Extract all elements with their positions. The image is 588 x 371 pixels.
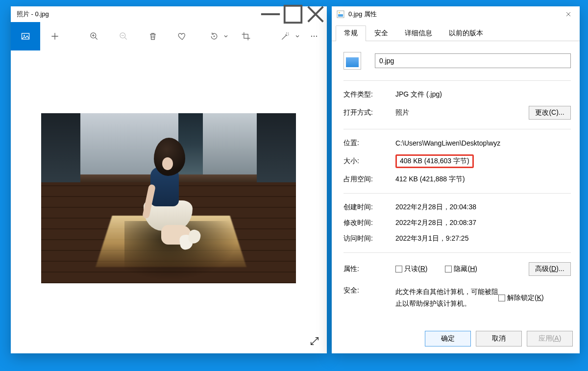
size-value-highlighted: 408 KB (418,603 字节) xyxy=(395,154,474,168)
view-tool[interactable] xyxy=(11,22,40,50)
checkbox-icon xyxy=(498,295,505,301)
security-note: 此文件来自其他计算机，可能被阻止以帮助保护该计算机。 xyxy=(395,286,498,310)
svg-point-6 xyxy=(311,36,312,37)
photos-titlebar[interactable]: 照片 - 0.jpg xyxy=(11,6,327,22)
hidden-checkbox[interactable]: 隐藏(H) xyxy=(445,265,477,273)
desktop-background: 照片 - 0.jpg xyxy=(0,0,588,371)
more-icon xyxy=(309,31,319,41)
created-value: 2022年2月28日，20:04:38 xyxy=(395,203,571,212)
readonly-checkbox[interactable]: 只读(R) xyxy=(395,265,427,273)
change-app-button[interactable]: 更改(C)... xyxy=(529,106,571,120)
chevron-down-icon xyxy=(223,34,228,39)
filetype-label: 文件类型: xyxy=(343,90,395,99)
photos-window: 照片 - 0.jpg xyxy=(11,6,327,353)
svg-rect-0 xyxy=(285,6,302,23)
properties-content: 0.jpg 文件类型: JPG 文件 (.jpg) 打开方式: 照片 更改(C)… xyxy=(332,41,580,325)
svg-point-11 xyxy=(339,12,340,14)
delete-tool[interactable] xyxy=(138,22,168,50)
expand-icon[interactable] xyxy=(309,336,320,346)
trash-icon xyxy=(148,31,158,41)
magic-wand-icon xyxy=(280,31,290,41)
edit-tool[interactable] xyxy=(268,22,303,50)
properties-tabs: 常规 安全 详细信息 以前的版本 xyxy=(332,22,580,41)
filename-input[interactable]: 0.jpg xyxy=(375,53,571,68)
more-tool[interactable] xyxy=(303,22,325,50)
accessed-label: 访问时间: xyxy=(343,234,395,243)
rotate-tool[interactable] xyxy=(197,22,231,50)
checkbox-icon xyxy=(395,266,402,272)
accessed-value: 2022年3月1日，9:27:25 xyxy=(395,234,571,243)
zoom-out-tool[interactable] xyxy=(109,22,138,50)
add-tool[interactable] xyxy=(40,22,70,50)
cancel-button[interactable]: 取消 xyxy=(476,331,522,346)
close-button[interactable] xyxy=(304,6,327,22)
properties-title: 0.jpg 属性 xyxy=(348,10,377,19)
file-icon xyxy=(337,10,344,18)
size-on-disk-label: 占用空间: xyxy=(343,175,395,184)
crop-tool[interactable] xyxy=(231,22,261,50)
filetype-icon xyxy=(343,52,361,70)
unblock-checkbox[interactable]: 解除锁定(K) xyxy=(498,294,544,302)
properties-titlebar[interactable]: 0.jpg 属性 xyxy=(332,6,580,22)
crop-icon xyxy=(241,31,251,41)
maximize-button[interactable] xyxy=(282,6,304,22)
modified-value: 2022年2月28日，20:08:37 xyxy=(395,219,571,227)
photos-toolbar xyxy=(11,22,327,50)
ok-button[interactable]: 确定 xyxy=(425,331,471,346)
size-label: 大小: xyxy=(343,157,395,166)
svg-point-5 xyxy=(214,36,215,37)
tab-general[interactable]: 常规 xyxy=(336,25,366,41)
tab-previous-versions[interactable]: 以前的版本 xyxy=(441,25,491,41)
checkbox-icon xyxy=(445,266,452,272)
chevron-down-icon xyxy=(295,34,300,39)
tab-details[interactable]: 详细信息 xyxy=(396,25,441,41)
attributes-label: 属性: xyxy=(343,265,395,273)
zoom-in-icon xyxy=(89,31,99,41)
svg-point-7 xyxy=(314,36,315,37)
svg-point-2 xyxy=(24,35,25,36)
modified-label: 修改时间: xyxy=(343,219,395,227)
minimize-button[interactable] xyxy=(259,6,282,22)
properties-close-button[interactable] xyxy=(557,6,580,22)
image-icon xyxy=(21,31,30,41)
advanced-button[interactable]: 高级(D)... xyxy=(529,262,571,276)
tab-security[interactable]: 安全 xyxy=(366,25,396,41)
close-icon xyxy=(565,11,571,17)
displayed-image xyxy=(41,113,296,283)
opens-with-value: 照片 xyxy=(395,108,529,117)
apply-button[interactable]: 应用(A) xyxy=(527,331,573,346)
svg-point-8 xyxy=(316,36,317,37)
zoom-out-icon xyxy=(119,31,128,41)
properties-footer: 确定 取消 应用(A) xyxy=(332,325,580,353)
filetype-value: JPG 文件 (.jpg) xyxy=(395,90,571,99)
plus-icon xyxy=(50,31,60,41)
photos-canvas[interactable] xyxy=(11,50,327,353)
opens-with-label: 打开方式: xyxy=(343,108,395,117)
rotate-icon xyxy=(209,31,219,41)
photos-title: 照片 - 0.jpg xyxy=(11,10,49,19)
security-label: 安全: xyxy=(343,286,395,295)
svg-rect-10 xyxy=(338,14,343,17)
heart-icon xyxy=(177,31,187,41)
created-label: 创建时间: xyxy=(343,203,395,212)
location-label: 位置: xyxy=(343,139,395,148)
zoom-in-tool[interactable] xyxy=(79,22,109,50)
location-value: C:\Users\WangLiwen\Desktop\wyz xyxy=(395,139,571,147)
favorite-tool[interactable] xyxy=(168,22,197,50)
properties-window: 0.jpg 属性 常规 安全 详细信息 以前的版本 0.jpg 文件类型: JP… xyxy=(332,6,580,353)
size-on-disk-value: 412 KB (421,888 字节) xyxy=(395,175,571,184)
